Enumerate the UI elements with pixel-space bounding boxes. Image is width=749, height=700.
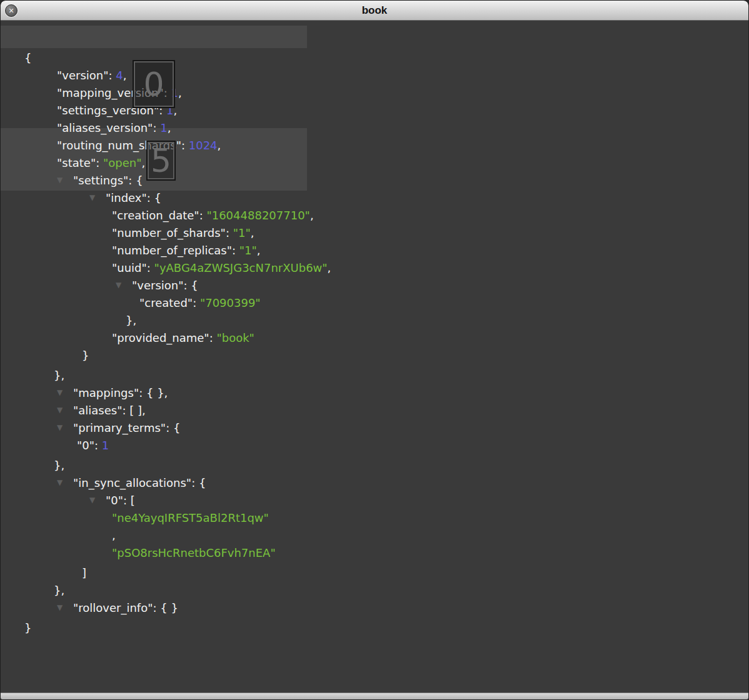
json-token-punc: , (168, 121, 171, 134)
json-token-str: "1604488207710" (206, 209, 309, 222)
json-token-str: "book" (216, 331, 254, 344)
json-line[interactable]: , (1, 527, 748, 544)
json-line[interactable]: "number_of_replicas": "1", (1, 242, 748, 259)
window-title: book (362, 4, 388, 17)
collapse-arrow-icon[interactable]: ▼ (57, 176, 63, 184)
json-token-str: "1" (239, 244, 257, 257)
json-token-key: "created" (139, 296, 193, 309)
json-token-num: 4 (116, 69, 123, 82)
json-line[interactable]: ] (1, 564, 748, 582)
collapse-arrow-icon[interactable]: ▼ (57, 406, 63, 414)
json-token-punc: : [ (123, 494, 135, 507)
json-line[interactable]: "version": 4, (1, 67, 748, 84)
collapse-arrow-icon[interactable]: ▼ (57, 604, 63, 611)
json-line[interactable]: }, (1, 312, 748, 329)
json-line[interactable]: } (1, 619, 748, 637)
json-token-punc: : (199, 209, 207, 222)
json-token-punc: : [ ], (122, 404, 145, 417)
collapse-arrow-icon[interactable]: ▼ (89, 194, 95, 201)
json-line[interactable]: "pSO8rsHcRnetbC6Fvh7nEA" (1, 544, 748, 562)
json-token-str: "7090399" (200, 296, 261, 309)
json-token-key: "number_of_shards" (112, 226, 226, 239)
json-line[interactable]: ▼"0": [ (1, 492, 748, 509)
json-token-punc: , (328, 261, 331, 274)
json-line[interactable]: "ne4YayqIRFST5aBl2Rt1qw" (1, 509, 748, 527)
collapse-arrow-icon[interactable]: ▼ (116, 281, 121, 289)
json-line[interactable]: "number_of_shards": "1", (1, 224, 748, 242)
json-line[interactable]: ▼"version": { (1, 277, 748, 294)
json-token-key: "in_sync_allocations" (73, 476, 191, 489)
json-line[interactable]: }, (1, 582, 748, 599)
json-token-punc: : (153, 121, 160, 134)
json-token-key: "aliases_version" (57, 121, 153, 134)
collapse-arrow-icon[interactable]: ▼ (57, 389, 63, 396)
json-token-punc: , (112, 529, 116, 542)
json-line[interactable]: "creation_date": "1604488207710", (1, 207, 748, 224)
collapse-arrow-icon[interactable]: ▼ (89, 496, 95, 504)
close-button[interactable]: ✕ (5, 4, 18, 17)
json-token-punc: : { (184, 279, 198, 292)
json-token-key: "0" (77, 439, 94, 452)
json-token-punc: : { } (153, 601, 178, 614)
json-line[interactable]: "aliases_version": 1, (1, 119, 748, 137)
json-token-key: "index" (106, 191, 147, 204)
json-token-punc: } (82, 349, 89, 362)
json-token-str: "pSO8rsHcRnetbC6Fvh7nEA" (112, 546, 276, 559)
window: ✕ book {"version": 4,"mapping_version": … (0, 0, 749, 700)
content-area: {"version": 4,"mapping_version": 1,"sett… (1, 21, 748, 699)
json-token-key: "version" (57, 69, 109, 82)
json-line[interactable]: "routing_num_shards": 1024, (1, 137, 748, 154)
json-token-punc: , (123, 69, 127, 82)
json-line[interactable]: "created": "7090399" (1, 294, 748, 312)
collapse-arrow-icon[interactable]: ▼ (57, 424, 63, 431)
json-token-str: "yABG4aZWSJG3cN7nrXUb6w" (154, 261, 328, 274)
json-line[interactable]: ▼"rollover_info": { } (1, 599, 748, 617)
json-line[interactable]: "state": "open", (1, 154, 748, 172)
json-token-punc: : { (147, 191, 161, 204)
json-line[interactable]: "uuid": "yABG4aZWSJG3cN7nrXUb6w", (1, 259, 748, 277)
json-line[interactable]: "settings_version": 1, (1, 102, 748, 119)
json-token-punc: : { (166, 421, 180, 434)
json-token-punc: , (218, 139, 221, 152)
json-line[interactable]: ▼"in_sync_allocations": { (1, 474, 748, 492)
glyph-character: 0 (143, 68, 164, 101)
json-line[interactable]: }, (1, 367, 748, 384)
json-token-punc: { (24, 51, 31, 64)
json-token-punc: , (251, 226, 254, 239)
json-token-punc: }, (126, 314, 136, 327)
json-token-punc: : (226, 226, 233, 239)
json-token-key: "provided_name" (112, 331, 209, 344)
json-line[interactable]: "provided_name": "book" (1, 329, 748, 347)
json-line[interactable]: ▼"mappings": { }, (1, 384, 748, 402)
json-line[interactable]: ▼"primary_terms": { (1, 419, 748, 437)
json-line[interactable]: "mapping_version": 1, (1, 84, 748, 102)
json-token-punc: , (257, 244, 261, 257)
close-icon: ✕ (8, 7, 14, 15)
json-line[interactable]: } (1, 347, 748, 364)
json-token-punc: , (310, 209, 314, 222)
json-token-str: "1" (233, 226, 251, 239)
json-token-punc: : (232, 244, 239, 257)
json-line[interactable]: ▼"settings": { (1, 172, 748, 189)
json-token-key: "number_of_replicas" (112, 244, 232, 257)
json-token-punc: : { (128, 174, 143, 187)
magnified-glyph-box: 0 (133, 60, 175, 108)
json-token-punc: }, (54, 369, 64, 382)
json-line[interactable]: ▼"index": { (1, 189, 748, 207)
json-token-str: "open" (103, 156, 141, 169)
json-token-punc: : { }, (139, 386, 168, 399)
json-line[interactable]: "0": 1 (1, 437, 748, 454)
title-bar[interactable]: ✕ book (1, 1, 748, 21)
json-line[interactable]: { (1, 49, 748, 67)
magnified-glyph-box: 5 (146, 141, 176, 181)
collapse-arrow-icon[interactable]: ▼ (57, 479, 63, 486)
glyph-character: 5 (151, 144, 171, 177)
json-line[interactable]: ▼"aliases": [ ], (1, 402, 748, 419)
json-tree: {"version": 4,"mapping_version": 1,"sett… (1, 21, 748, 637)
json-line[interactable]: }, (1, 457, 748, 474)
json-token-punc: : (147, 261, 154, 274)
json-token-key: "primary_terms" (73, 421, 166, 434)
json-token-num: 1024 (189, 139, 218, 152)
window-bottom-edge (1, 692, 748, 699)
json-token-num: 1 (160, 121, 167, 134)
